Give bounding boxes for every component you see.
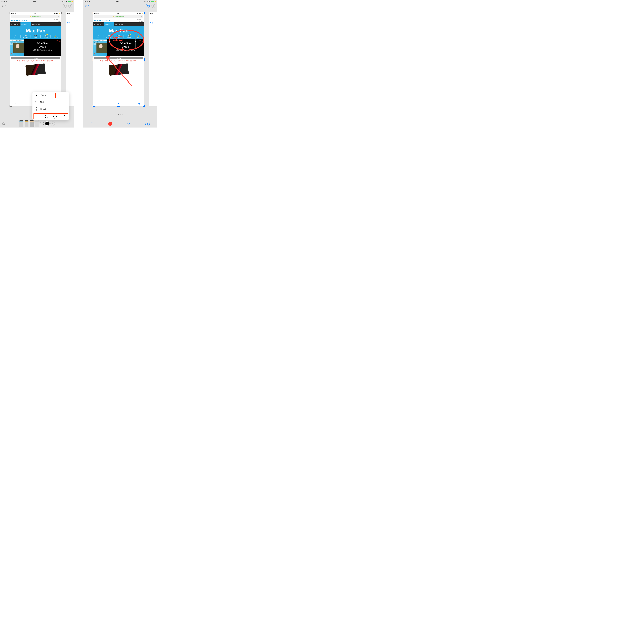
- markup-bottom-toolbar: AA ＋: [83, 120, 157, 128]
- next-screenshot-peek[interactable]: a 完了: [149, 12, 157, 106]
- crop-handle[interactable]: [60, 12, 62, 14]
- crop-handle[interactable]: [93, 105, 95, 107]
- clock: 0:57: [33, 1, 36, 2]
- popover-label: 拡大鏡: [40, 108, 46, 111]
- text-style-button[interactable]: AA: [127, 122, 130, 125]
- crop-handle[interactable]: [10, 12, 12, 14]
- text-tool-icon: T: [35, 94, 38, 97]
- markup-toolbar-top: 完了: [0, 3, 74, 9]
- page-indicator: [118, 114, 122, 115]
- blue-icon-nav: ≡記事 📖雑誌・書籍 💬ご案内 📇有料会員登録 🔓ログイン: [10, 34, 61, 39]
- page-dot[interactable]: [118, 114, 119, 115]
- pencil-tool[interactable]: [30, 120, 34, 127]
- orientation-lock-icon: [61, 1, 63, 3]
- carrier-label: au: [87, 1, 88, 2]
- markup-toolbar-top: 完了: [83, 3, 157, 9]
- reload-icon: ↻: [58, 16, 59, 17]
- popover-shapes-row: [32, 113, 69, 120]
- highlighter-tool[interactable]: [25, 120, 28, 127]
- arrow-shape-button[interactable]: [62, 115, 65, 118]
- lasso-tool[interactable]: [40, 122, 44, 125]
- popover-label: テキスト: [40, 94, 48, 97]
- add-annotation-button[interactable]: ＋: [145, 122, 150, 126]
- done-button[interactable]: 完了: [2, 5, 6, 7]
- markup-tools-toolbar: ＋: [0, 120, 74, 128]
- topics-box: TOPICS!! Mac初心者向けバイブル「はじめてのマック 2019」好評発売…: [11, 57, 60, 63]
- orientation-lock-icon: [144, 1, 146, 3]
- ios-status-bar: au 1:00 100% ⚡: [83, 0, 157, 3]
- markup-editor-right: au 1:00 100% ⚡ 完了 a 完了: [83, 0, 157, 128]
- book-icon: 📖: [24, 35, 27, 37]
- crop-handle[interactable]: [93, 12, 95, 14]
- back-icon: 〈: [14, 103, 16, 105]
- redo-button[interactable]: [68, 4, 72, 8]
- undo-button[interactable]: [146, 4, 150, 8]
- ios-status-bar: au 0:57 100% ⚡: [0, 0, 74, 3]
- peek-done-label: 完了: [149, 22, 157, 24]
- greeting-text: こんにちは、 ゲスト様: [54, 19, 60, 22]
- signal-icon: [84, 1, 86, 2]
- page-dot[interactable]: [122, 114, 122, 115]
- color-picker-button[interactable]: [45, 122, 49, 125]
- popover-item-signature[interactable]: 署名: [32, 99, 69, 106]
- carrier-label: au: [3, 1, 5, 2]
- share-button[interactable]: [91, 122, 93, 126]
- color-indicator-button[interactable]: [108, 122, 112, 126]
- menu-icon: ≡: [15, 35, 16, 37]
- crop-handle[interactable]: [117, 12, 120, 12]
- card-icon: 📇有料: [44, 35, 47, 37]
- signal-icon: [1, 1, 3, 2]
- charging-icon: ⚡: [71, 1, 73, 2]
- eraser-tool[interactable]: [35, 120, 39, 127]
- speech-icon: 💬: [34, 35, 37, 37]
- clock: 1:00: [116, 1, 119, 2]
- redo-button[interactable]: [151, 4, 155, 8]
- safari-address-bar: 🔒 book.mynavi.jp ↻: [11, 15, 60, 18]
- rectangle-shape-button[interactable]: [37, 115, 40, 118]
- charging-icon: ⚡: [154, 1, 156, 2]
- add-shape-popover: T テキスト 署名 a 拡大鏡: [32, 92, 69, 120]
- macfan-banner: Mac Fan: [10, 26, 61, 34]
- captured-safari-page: au 0:57 ⊗ 100% ⚡ 🔒book.mynavi.jp↻ ⁓\⁓マイナ…: [93, 12, 144, 106]
- magnifier-icon: a: [35, 107, 38, 111]
- ellipse-shape-button[interactable]: [45, 115, 48, 118]
- battery-pct: 100%: [63, 1, 67, 2]
- battery-icon: [68, 1, 71, 2]
- mynavi-books-logo: ⁓\⁓ マイナビ BOOKS: [11, 19, 28, 22]
- svg-text:a: a: [36, 108, 37, 110]
- magazine-promo: どれも欲しいぞ！Apple春の新製品祭！ MacFan iPad Air iPa…: [10, 39, 61, 56]
- url-text: book.mynavi.jp: [32, 16, 41, 17]
- wifi-icon: [89, 1, 91, 2]
- popover-item-magnifier[interactable]: a 拡大鏡: [32, 106, 69, 113]
- crop-handle[interactable]: [143, 12, 145, 14]
- speech-bubble-shape-button[interactable]: [53, 115, 57, 118]
- peek-done-label: 完了: [66, 22, 74, 24]
- lock-icon: 🔒: [30, 16, 32, 17]
- site-tab-nav: ▶ショッピング 関連情報サイト ▶編集部ブログ: [10, 22, 61, 26]
- forward-icon: 〉: [24, 103, 26, 105]
- popover-item-text[interactable]: T テキスト: [32, 92, 69, 99]
- screenshot-thumbnail[interactable]: au 0:57 ⊗ 100% ⚡ 🔒book.mynavi.jp↻ ⁓\⁓マイナ…: [93, 12, 144, 106]
- done-button[interactable]: 完了: [85, 5, 89, 7]
- popover-label: 署名: [40, 101, 44, 104]
- svg-rect-10: [138, 103, 140, 105]
- tablet-stand-ad: [11, 64, 60, 75]
- battery-icon: [151, 1, 154, 2]
- crop-handle[interactable]: [10, 105, 12, 107]
- page-dot[interactable]: [120, 114, 121, 115]
- wifi-icon: [6, 1, 8, 2]
- lock-icon: 🔓: [54, 35, 57, 37]
- crop-handle[interactable]: [144, 58, 145, 61]
- marker-tool[interactable]: [19, 120, 23, 127]
- add-annotation-button[interactable]: ＋: [50, 121, 55, 126]
- undo-button[interactable]: [63, 4, 67, 8]
- markup-editor-left: au 0:57 100% ⚡ 完了 a 完了: [0, 0, 74, 128]
- signature-icon: [35, 101, 38, 104]
- crop-handle[interactable]: [93, 58, 93, 61]
- crop-handle[interactable]: [117, 106, 120, 107]
- battery-pct: 100%: [146, 1, 150, 2]
- crop-handle[interactable]: [143, 105, 145, 107]
